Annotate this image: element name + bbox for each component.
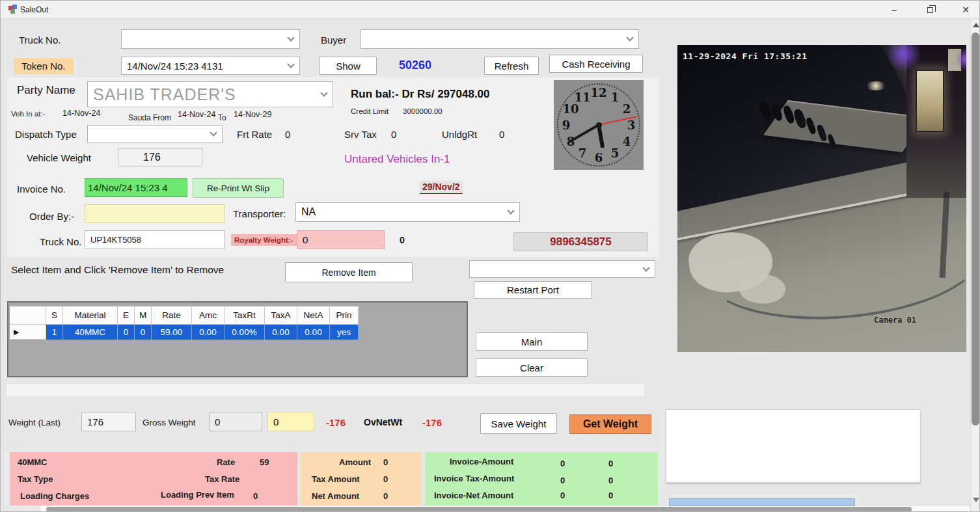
restart-port-button[interactable]: Restart Port [474, 281, 592, 299]
net-amount-value: 0 [383, 491, 388, 501]
message-textarea[interactable] [666, 409, 921, 483]
remove-item-button[interactable]: Remove Item [285, 262, 413, 282]
chevron-down-icon [626, 34, 633, 41]
horizontal-scrollbar-thumb[interactable] [46, 507, 912, 512]
scroll-up-icon[interactable] [973, 23, 979, 27]
royalty-weight-extra: 0 [400, 235, 405, 245]
grid-header[interactable]: Amc [192, 306, 225, 325]
restore-button[interactable] [915, 1, 945, 19]
order-by-field[interactable] [85, 204, 225, 223]
item-summary-panel: 40MMC Rate 59 Tax Type Tax Rate Loading … [10, 452, 297, 505]
chevron-down-icon [287, 34, 294, 41]
vertical-scrollbar-thumb[interactable] [972, 33, 979, 425]
gross-weight-field[interactable]: 0 [209, 412, 262, 431]
summary-tax-type-label: Tax Type [18, 474, 53, 484]
grid-header[interactable]: E [118, 306, 135, 325]
buyer-label: Buyer [321, 34, 346, 46]
sauda-from-label: Sauda From [128, 113, 171, 122]
summary-loading-prev-label: Loading Prev Item [161, 490, 234, 500]
buyer-combo[interactable] [361, 29, 639, 49]
grid-header[interactable]: Prin [330, 306, 359, 325]
vehicle-weight-field[interactable]: 176 [118, 148, 202, 167]
tare-weight-field[interactable]: 0 [267, 412, 314, 431]
invoice-net-amount-v2: 0 [608, 491, 613, 500]
truck-no-combo[interactable] [121, 29, 300, 49]
phone-number-field: 9896345875 [513, 232, 648, 251]
srv-tax-value: 0 [391, 129, 396, 140]
party-name-combo[interactable]: SAHIB TRADER'S [87, 81, 333, 107]
items-grid[interactable]: S Material E M Rate Amc TaxRt TaxA NetA … [7, 301, 468, 377]
chevron-down-icon [642, 264, 649, 271]
window-title: SaleOut [20, 5, 48, 14]
camera-timestamp: 11-29-2024 Fri 17:35:21 [683, 51, 808, 61]
summary-rate-label: Rate [217, 457, 235, 467]
grid-cell[interactable]: 0 [118, 325, 135, 340]
reprint-wt-slip-button[interactable]: Re-Print Wt Slip [193, 178, 284, 198]
srv-tax-label: Srv Tax [344, 129, 377, 140]
grid-cell[interactable]: 0 [135, 325, 152, 340]
cash-receiving-button[interactable]: Cash Receiving [549, 55, 643, 73]
main-button[interactable]: Main [476, 332, 588, 351]
grid-header[interactable]: Material [63, 306, 118, 325]
grid-header[interactable]: TaxRt [225, 306, 265, 325]
grid-cell[interactable]: yes [330, 325, 359, 340]
minimize-button[interactable]: – [879, 1, 909, 19]
grid-cell[interactable]: 0.00 [297, 325, 330, 340]
clock-hub [596, 122, 602, 128]
get-weight-button[interactable]: Get Weight [569, 414, 651, 434]
scroll-down-icon[interactable] [973, 498, 979, 502]
analog-clock: 12 1 2 3 4 5 6 7 8 9 10 11 [554, 80, 644, 170]
close-icon: ✕ [962, 5, 970, 15]
run-balance: Run bal:- Dr Rs/ 297048.00 [351, 88, 490, 101]
invoice-date-link[interactable]: 29/Nov/2 [420, 181, 463, 194]
grid-selected-row[interactable]: ▶ 1 40MMC 0 0 59.00 0.00 0.00% 0.00 0.00… [10, 325, 467, 340]
weight-last-field[interactable]: 176 [81, 412, 136, 431]
dispatch-type-combo[interactable] [87, 125, 223, 143]
transporter-combo[interactable]: NA [295, 202, 520, 222]
save-weight-button[interactable]: Save Weight [480, 413, 557, 434]
title-bar: SaleOut – ✕ [1, 1, 980, 19]
grid-cell[interactable]: 0.00 [265, 325, 297, 340]
restore-icon [927, 7, 933, 13]
sauda-to-value: 14-Nov-29 [234, 110, 271, 119]
unldg-rt-label: UnldgRt [442, 129, 477, 140]
grid-cell[interactable]: 0.00% [225, 325, 265, 340]
truck-no-field-label: Truck No. [40, 236, 81, 247]
grid-header-selector [10, 306, 46, 325]
grid-cell[interactable]: 59.00 [152, 325, 192, 340]
grid-header[interactable]: NetA [297, 306, 330, 325]
invoice-amount-v2: 0 [608, 459, 613, 468]
camera-feed: 11-29-2024 Fri 17:35:21 Camera 01 [677, 45, 966, 352]
gross-weight-label: Gross Weight [143, 418, 196, 427]
grid-header[interactable]: M [135, 306, 152, 325]
grid-cell[interactable]: 40MMC [63, 325, 118, 340]
port-combo[interactable] [469, 260, 655, 278]
truck-no-field[interactable]: UP14KT5058 [85, 230, 225, 249]
refresh-button[interactable]: Refresh [484, 57, 539, 75]
order-by-label: Order By:- [29, 211, 74, 222]
token-number: 50260 [399, 59, 431, 72]
grid-cell[interactable]: 1 [46, 325, 63, 340]
chevron-down-icon [507, 207, 514, 214]
grid-header[interactable]: TaxA [265, 306, 297, 325]
veh-in-value: 14-Nov-24 [62, 109, 100, 118]
invoice-amount-v1: 0 [560, 459, 565, 468]
invoice-no-field[interactable]: 14/Nov/24 15:23 4 [85, 178, 187, 197]
clear-button[interactable]: Clear [476, 358, 588, 377]
chevron-down-icon [287, 61, 294, 68]
token-no-combo[interactable]: 14/Nov/24 15:23 4131 [121, 57, 300, 75]
frt-rate-label: Frt Rate [237, 129, 272, 140]
minimize-icon: – [892, 5, 897, 15]
show-button[interactable]: Show [320, 57, 377, 75]
sauda-to-label: To [218, 113, 226, 122]
grid-header[interactable]: Rate [152, 306, 192, 325]
royalty-weight-field[interactable]: 0 [297, 230, 385, 249]
grid-cell[interactable]: 0.00 [192, 325, 225, 340]
grid-header[interactable]: S [46, 306, 63, 325]
credit-limit-value: 3000000.00 [403, 107, 442, 115]
progress-bar [669, 498, 855, 506]
tax-amount-label: Tax Amount [312, 474, 360, 484]
veh-in-label: Veh In at:- [11, 110, 45, 118]
camera-scene-lit-window [916, 70, 944, 132]
close-button[interactable]: ✕ [951, 1, 980, 19]
